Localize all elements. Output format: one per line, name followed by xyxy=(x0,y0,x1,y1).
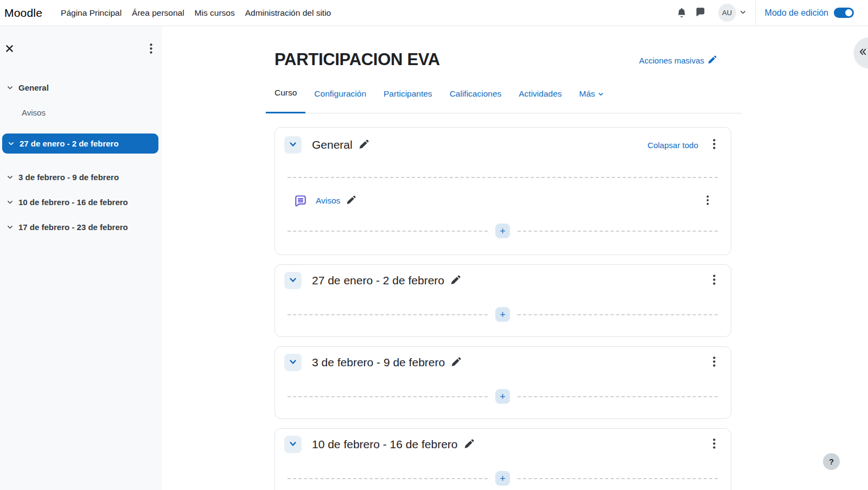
dashed-divider xyxy=(288,177,718,178)
section-collapse-button[interactable] xyxy=(284,272,302,289)
user-menu-button[interactable] xyxy=(739,9,746,17)
section-card-2: 3 de febrero - 9 de febrero + xyxy=(275,346,731,419)
chevron-down-icon xyxy=(289,358,297,368)
pencil-icon xyxy=(451,357,461,368)
sidebar-item-4[interactable]: 10 de febrero - 16 de febrero xyxy=(0,196,162,208)
pencil-icon xyxy=(347,195,356,206)
collapse-all-link[interactable]: Colapsar todo xyxy=(648,141,698,150)
chevron-down-icon[interactable] xyxy=(7,84,14,91)
add-activity-button[interactable]: + xyxy=(495,307,510,322)
sidebar-item-3[interactable]: 3 de febrero - 9 de febrero xyxy=(0,171,162,183)
section-card-3: 10 de febrero - 16 de febrero + xyxy=(275,428,731,490)
tab-4[interactable]: Actividades xyxy=(510,87,570,113)
add-activity-button[interactable]: + xyxy=(495,471,510,486)
nav-link-3[interactable]: Administración del sitio xyxy=(245,5,331,21)
edit-section-title-button[interactable] xyxy=(451,275,461,287)
sidebar-item-5[interactable]: 17 de febrero - 23 de febrero xyxy=(0,221,162,233)
section-menu-button[interactable] xyxy=(711,138,718,152)
avatar[interactable]: AU xyxy=(718,4,736,22)
add-content-row: + xyxy=(288,224,718,254)
chat-icon xyxy=(695,7,705,18)
help-button[interactable]: ? xyxy=(823,453,840,470)
chevrons-left-icon xyxy=(859,48,867,58)
sidebar-item-label: 27 de enero - 2 de febrero xyxy=(20,139,119,148)
course-index-drawer: General Avisos 27 de enero - 2 de febrer… xyxy=(0,26,162,490)
edit-section-title-button[interactable] xyxy=(359,139,369,151)
section-header: General Colapsar todo xyxy=(284,136,718,154)
tab-5[interactable]: Más xyxy=(571,87,612,113)
top-navbar: Moodle Página PrincipalÁrea personalMis … xyxy=(0,0,868,26)
section-collapse-button[interactable] xyxy=(284,354,302,371)
edit-mode-toggle[interactable] xyxy=(834,8,854,18)
page-title: PARTICIPACION EVA xyxy=(275,50,440,69)
activity-menu-button[interactable] xyxy=(704,194,711,208)
tab-2[interactable]: Participantes xyxy=(375,87,441,113)
kebab-menu-icon xyxy=(713,139,716,151)
activity-row: Avisos xyxy=(293,192,718,209)
dashed-line xyxy=(288,396,488,397)
add-content-row: + xyxy=(288,389,718,418)
chevron-down-icon xyxy=(739,9,746,17)
course-sections: General Colapsar todo Avisos xyxy=(264,127,742,490)
add-activity-button[interactable]: + xyxy=(495,224,510,238)
section-collapse-button[interactable] xyxy=(284,436,302,453)
sidebar-item-label: 3 de febrero - 9 de febrero xyxy=(18,173,119,182)
chevron-down-icon[interactable] xyxy=(7,199,14,206)
section-collapse-button[interactable] xyxy=(284,136,302,154)
nav-link-1[interactable]: Área personal xyxy=(132,5,184,21)
pencil-icon xyxy=(451,275,461,287)
tab-3[interactable]: Calificaciones xyxy=(441,87,510,113)
navbar-divider xyxy=(755,0,756,26)
edit-section-title-button[interactable] xyxy=(451,357,461,368)
moodle-logo[interactable]: Moodle xyxy=(4,7,42,20)
sidebar-item-1[interactable]: Avisos xyxy=(0,106,162,118)
dashed-line xyxy=(518,231,718,232)
course-tabs: Curso Configuración Participantes Califi… xyxy=(264,87,742,113)
forum-icon xyxy=(293,193,308,208)
tab-0[interactable]: Curso xyxy=(266,87,305,113)
sidebar-item-0[interactable]: General xyxy=(0,81,162,93)
tab-1[interactable]: Configuración xyxy=(305,87,375,113)
messages-button[interactable] xyxy=(691,4,710,22)
sidebar-item-2[interactable]: 27 de enero - 2 de febrero xyxy=(2,133,158,154)
edit-section-title-button[interactable] xyxy=(464,439,474,450)
section-header: 27 de enero - 2 de febrero xyxy=(284,272,718,289)
notifications-button[interactable] xyxy=(673,4,691,22)
section-menu-button[interactable] xyxy=(711,437,718,451)
dashed-line xyxy=(518,478,718,479)
kebab-menu-icon xyxy=(713,275,716,287)
section-card-1: 27 de enero - 2 de febrero + xyxy=(275,264,731,337)
chevron-down-icon xyxy=(289,276,297,286)
chevron-down-icon[interactable] xyxy=(7,224,14,231)
course-index-list: General Avisos 27 de enero - 2 de febrer… xyxy=(0,81,162,233)
add-activity-button[interactable]: + xyxy=(495,389,510,404)
pencil-icon xyxy=(359,139,369,151)
activity-link[interactable]: Avisos xyxy=(316,196,340,206)
tab-label: Participantes xyxy=(384,88,432,99)
tab-label: Más xyxy=(579,88,595,99)
kebab-menu-icon xyxy=(706,195,709,207)
edit-mode-label: Modo de edición xyxy=(765,8,828,18)
kebab-menu-icon xyxy=(150,43,152,55)
section-title: General xyxy=(312,138,353,151)
chevron-down-icon xyxy=(289,440,297,450)
bulk-actions-label: Acciones masivas xyxy=(639,56,704,65)
bulk-actions-link[interactable]: Acciones masivas xyxy=(639,55,717,66)
kebab-menu-icon xyxy=(713,438,716,450)
add-content-row: + xyxy=(288,471,718,490)
dashed-line xyxy=(288,314,488,315)
close-drawer-button[interactable] xyxy=(5,44,14,54)
kebab-menu-icon xyxy=(713,357,716,368)
course-index-menu-button[interactable] xyxy=(148,42,155,56)
section-card-0: General Colapsar todo Avisos xyxy=(275,127,731,255)
chevron-down-icon[interactable] xyxy=(7,174,14,181)
section-menu-button[interactable] xyxy=(711,355,718,370)
sidebar-item-label: General xyxy=(18,83,49,92)
section-title: 27 de enero - 2 de febrero xyxy=(312,274,444,287)
chevron-down-icon[interactable] xyxy=(8,140,15,147)
section-menu-button[interactable] xyxy=(711,273,718,288)
nav-link-2[interactable]: Mis cursos xyxy=(195,5,235,21)
edit-activity-name-button[interactable] xyxy=(347,195,356,206)
nav-link-0[interactable]: Página Principal xyxy=(61,5,122,21)
navbar-right-cluster: AU Modo de edición xyxy=(673,0,854,26)
